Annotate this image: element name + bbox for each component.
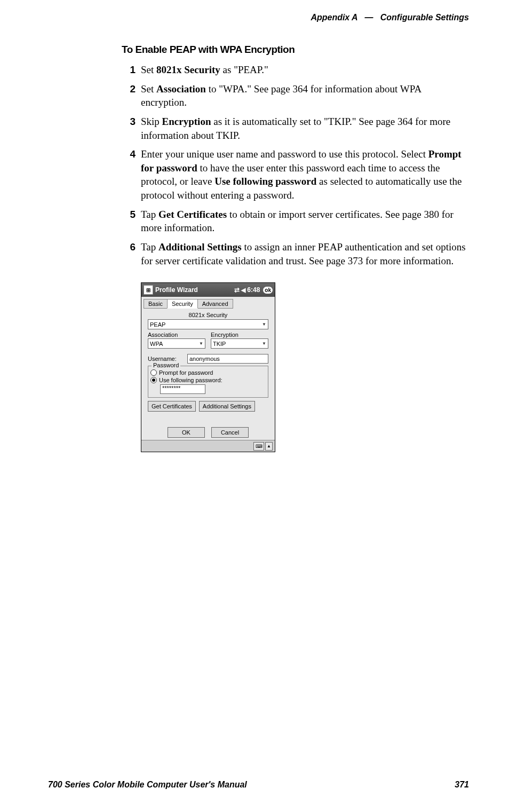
form-area: 8021x Security PEAP Association WPA Encr… bbox=[144, 312, 273, 412]
embedded-screenshot: ⊞ Profile Wizard 6:48 ok Basic Security … bbox=[141, 282, 275, 452]
encryption-select[interactable]: TKIP bbox=[211, 338, 268, 349]
step-text: Skip Encryption as it is automatically s… bbox=[141, 115, 468, 142]
encryption-value: TKIP bbox=[213, 341, 226, 347]
tab-advanced[interactable]: Advanced bbox=[197, 299, 233, 309]
window-titlebar: ⊞ Profile Wizard 6:48 ok bbox=[141, 283, 275, 297]
username-input[interactable]: anonymous bbox=[187, 354, 268, 364]
cancel-button[interactable]: Cancel bbox=[211, 427, 249, 438]
step-3: 3 Skip Encryption as it is automatically… bbox=[122, 115, 468, 142]
section-label: Configurable Settings bbox=[380, 13, 469, 22]
security-label: 8021x Security bbox=[148, 312, 268, 318]
radio-usefollowing-row[interactable]: Use following password: bbox=[150, 377, 266, 383]
step-number: 5 bbox=[122, 208, 136, 235]
keyboard-icon[interactable]: ⌨ bbox=[253, 442, 264, 451]
step-text: Tap Additional Settings to assign an inn… bbox=[141, 240, 468, 267]
association-value: WPA bbox=[150, 341, 163, 347]
security-value: PEAP bbox=[150, 321, 165, 328]
step-number: 4 bbox=[122, 147, 136, 202]
radio-prompt-label: Prompt for password bbox=[159, 369, 213, 376]
username-value: anonymous bbox=[189, 356, 220, 362]
section-title: To Enable PEAP with WPA Encryption bbox=[122, 44, 468, 56]
sip-up-icon[interactable]: ▲ bbox=[265, 442, 273, 451]
encryption-label: Encryption bbox=[211, 332, 268, 338]
step-number: 6 bbox=[122, 240, 136, 267]
tab-basic[interactable]: Basic bbox=[144, 299, 168, 309]
step-number: 3 bbox=[122, 115, 136, 142]
ok-button[interactable]: OK bbox=[168, 427, 205, 438]
get-certificates-button[interactable]: Get Certificates bbox=[148, 401, 196, 412]
password-fieldset: Password Prompt for password Use followi… bbox=[148, 366, 268, 398]
step-number: 1 bbox=[122, 63, 136, 77]
association-select[interactable]: WPA bbox=[148, 338, 205, 349]
page-number: 371 bbox=[455, 780, 469, 790]
start-flag-icon[interactable]: ⊞ bbox=[144, 285, 153, 295]
radio-prompt[interactable] bbox=[150, 369, 157, 376]
password-legend: Password bbox=[152, 362, 180, 368]
tab-strip: Basic Security Advanced bbox=[144, 299, 273, 309]
password-input[interactable]: ******** bbox=[160, 384, 205, 394]
sip-bar: ⌨ ▲ bbox=[141, 440, 275, 452]
step-text: Enter your unique user name and password… bbox=[141, 147, 468, 202]
step-4: 4 Enter your unique user name and passwo… bbox=[122, 147, 468, 202]
ok-close-button[interactable]: ok bbox=[263, 287, 273, 294]
step-2: 2 Set Association to "WPA." See page 364… bbox=[122, 82, 468, 109]
step-5: 5 Tap Get Certificates to obtain or impo… bbox=[122, 208, 468, 235]
status-icons: 6:48 ok bbox=[234, 286, 273, 294]
page-footer: 700 Series Color Mobile Computer User's … bbox=[48, 780, 469, 790]
step-text: Set 8021x Security as "PEAP." bbox=[141, 63, 468, 77]
page-header: Appendix A — Configurable Settings bbox=[311, 13, 469, 22]
security-select[interactable]: PEAP bbox=[148, 319, 268, 329]
association-label: Association bbox=[148, 332, 205, 338]
password-value: ******** bbox=[162, 385, 180, 391]
dialog-body: Basic Security Advanced 8021x Security P… bbox=[141, 297, 275, 452]
appendix-label: Appendix A bbox=[311, 13, 357, 22]
radio-usefollowing[interactable] bbox=[150, 377, 157, 383]
footer-manual-title: 700 Series Color Mobile Computer User's … bbox=[48, 780, 247, 790]
clock-time: 6:48 bbox=[247, 286, 260, 294]
connectivity-icon[interactable] bbox=[234, 286, 240, 294]
step-number: 2 bbox=[122, 82, 136, 109]
step-text: Tap Get Certificates to obtain or import… bbox=[141, 208, 468, 235]
tab-security[interactable]: Security bbox=[167, 299, 198, 309]
volume-icon[interactable] bbox=[241, 286, 245, 294]
radio-usefollowing-label: Use following password: bbox=[159, 377, 222, 383]
radio-prompt-row[interactable]: Prompt for password bbox=[150, 369, 266, 376]
header-dash: — bbox=[364, 13, 373, 22]
step-1: 1 Set 8021x Security as "PEAP." bbox=[122, 63, 468, 77]
additional-settings-button[interactable]: Additional Settings bbox=[199, 401, 255, 412]
window-title: Profile Wizard bbox=[155, 286, 234, 294]
username-label: Username: bbox=[148, 356, 184, 362]
main-content: To Enable PEAP with WPA Encryption 1 Set… bbox=[122, 44, 468, 452]
step-6: 6 Tap Additional Settings to assign an i… bbox=[122, 240, 468, 267]
step-text: Set Association to "WPA." See page 364 f… bbox=[141, 82, 468, 109]
